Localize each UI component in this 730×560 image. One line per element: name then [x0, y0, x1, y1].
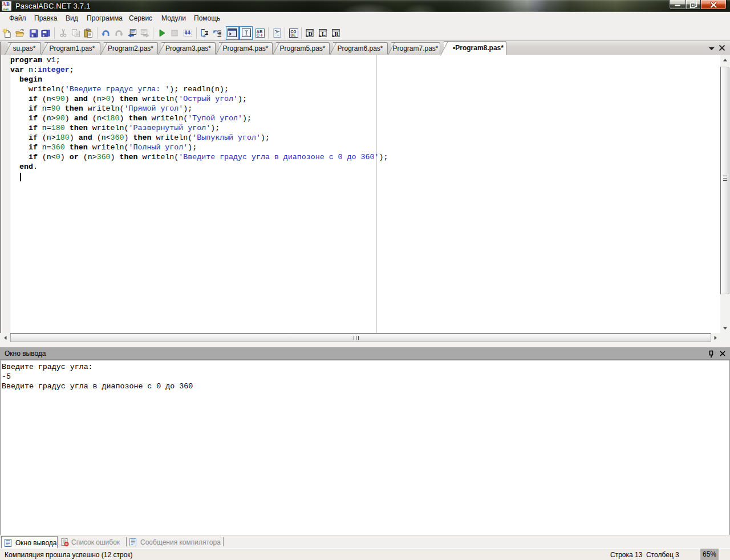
svg-text:R: R: [335, 31, 339, 37]
svg-text:+: +: [260, 33, 263, 38]
svg-text:.net: .net: [2, 7, 9, 11]
svg-text:L: L: [322, 31, 326, 37]
svg-text:D: D: [309, 31, 313, 37]
svg-text:B: B: [6, 1, 10, 7]
svg-text:DE: DE: [291, 33, 297, 37]
svg-text:A: A: [2, 1, 6, 7]
svg-text:C: C: [257, 33, 260, 38]
